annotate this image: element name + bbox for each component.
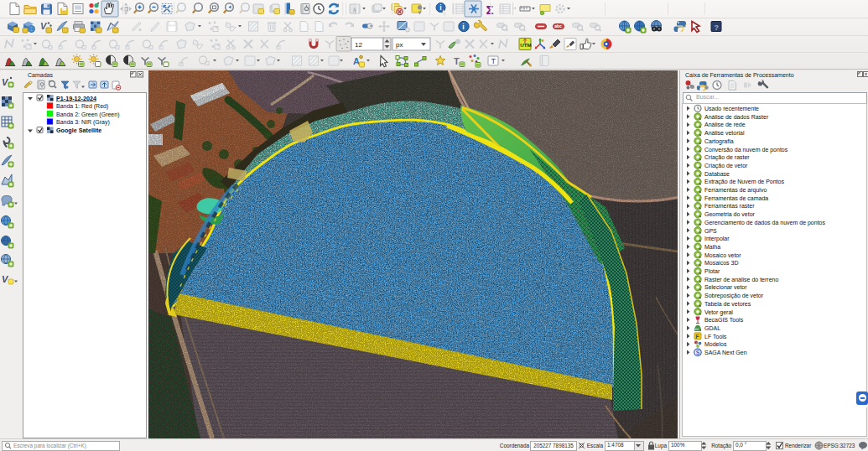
svg-text:Ferramentas de arquivo: Ferramentas de arquivo: [704, 187, 767, 194]
svg-text:i: i: [439, 3, 441, 12]
svg-text:Criação de vetor: Criação de vetor: [704, 163, 748, 169]
svg-text:Mosaico vetor: Mosaico vetor: [704, 252, 741, 258]
svg-text:Selecionar vetor: Selecionar vetor: [704, 284, 747, 290]
svg-text:GDAL: GDAL: [704, 325, 720, 331]
svg-text:S: S: [696, 350, 700, 355]
svg-text:Gerenciamento de dados da nuve: Gerenciamento de dados da nuvem de ponto…: [704, 220, 825, 226]
svg-text:Análise de dados Raster: Análise de dados Raster: [704, 114, 769, 120]
svg-text:Banda 1: Red (Red): Banda 1: Red (Red): [56, 103, 108, 110]
svg-text:Cartografia: Cartografia: [704, 138, 734, 145]
svg-text:Interpolar: Interpolar: [704, 236, 730, 242]
svg-text:Google Satellite: Google Satellite: [56, 127, 101, 134]
svg-text:Banda 2: Green (Green): Banda 2: Green (Green): [56, 111, 120, 118]
svg-text:i: i: [462, 23, 465, 31]
svg-text:BecaGIS Tools: BecaGIS Tools: [704, 317, 744, 323]
svg-text:Extração de Nuvem de Pontos: Extração de Nuvem de Pontos: [704, 179, 784, 185]
svg-text:Mosaicos 3D: Mosaicos 3D: [704, 260, 738, 266]
svg-text:Sobreposição de vetor: Sobreposição de vetor: [704, 293, 764, 299]
svg-text:Banda 3: NIR (Gray): Banda 3: NIR (Gray): [56, 119, 110, 126]
svg-text:px: px: [396, 41, 403, 49]
svg-text:12: 12: [355, 41, 362, 49]
svg-text:Análise de rede: Análise de rede: [704, 122, 746, 127]
svg-text:Ferramentas raster: Ferramentas raster: [704, 203, 755, 209]
svg-text:P1-19-12-2024: P1-19-12-2024: [56, 95, 96, 102]
svg-text:dal: dal: [695, 328, 699, 331]
svg-text:LF Tools: LF Tools: [704, 334, 727, 340]
svg-text:T: T: [454, 56, 460, 66]
svg-text:Geometria do vetor: Geometria do vetor: [704, 211, 756, 217]
svg-text:Plotar: Plotar: [704, 268, 720, 274]
svg-text:A: A: [353, 56, 360, 66]
svg-text:Conversão da nuvem de pontos: Conversão da nuvem de pontos: [704, 147, 788, 153]
svg-text:Σ: Σ: [486, 3, 494, 17]
svg-text:Criação de raster: Criação de raster: [704, 154, 750, 161]
svg-text:SAGA Next Gen: SAGA Next Gen: [704, 350, 747, 355]
svg-text:Tabela de vetores: Tabela de vetores: [704, 301, 751, 307]
svg-text:Usado recentemente: Usado recentemente: [704, 106, 759, 111]
svg-text:abc: abc: [554, 23, 562, 29]
svg-text:T: T: [491, 57, 496, 65]
svg-text:Modelos: Modelos: [704, 341, 727, 347]
svg-text:Database: Database: [704, 171, 730, 177]
svg-text:Malha: Malha: [704, 244, 720, 250]
svg-text:Ferramentas de camada: Ferramentas de camada: [704, 195, 768, 201]
svg-text:Raster de análise do terreno: Raster de análise do terreno: [704, 277, 778, 283]
svg-text:GPS: GPS: [704, 228, 717, 234]
svg-text:?: ?: [715, 23, 720, 32]
svg-text:F: F: [695, 334, 699, 340]
svg-text:Vetor geral: Vetor geral: [704, 309, 733, 316]
svg-text:Análise vetorial: Análise vetorial: [704, 130, 745, 136]
svg-text:UTM: UTM: [520, 42, 531, 48]
